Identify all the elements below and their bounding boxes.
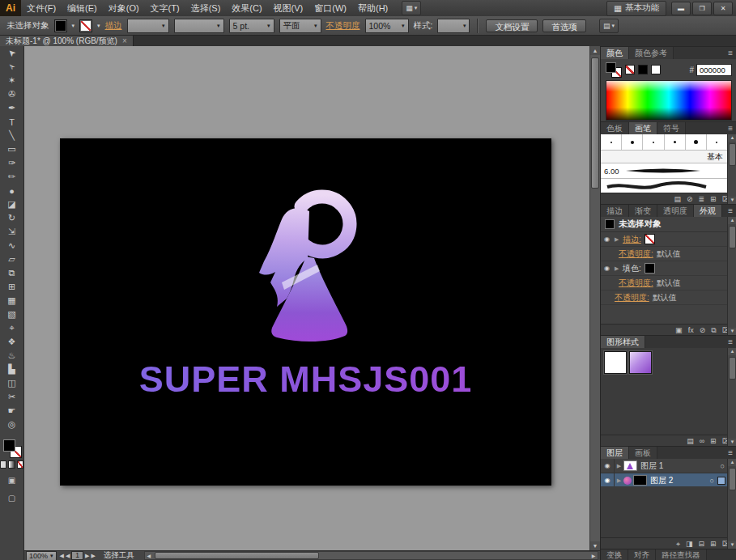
blend-tool[interactable]: ❖ bbox=[0, 335, 23, 349]
workspace-switcher[interactable]: ▦ 基本功能 bbox=[606, 1, 666, 16]
menu-item-6[interactable]: 视图(V) bbox=[268, 0, 309, 16]
break-link-icon[interactable]: ∞ bbox=[700, 435, 704, 447]
disclosure-icon[interactable]: ▶ bbox=[615, 265, 623, 272]
fill-caret-icon[interactable]: ▾ bbox=[72, 23, 75, 29]
document-setup-button[interactable]: 文档设置 bbox=[486, 19, 538, 32]
scrollbar-thumb[interactable] bbox=[729, 357, 736, 380]
magic-wand-tool[interactable]: ✶ bbox=[0, 74, 23, 87]
menu-item-2[interactable]: 对象(O) bbox=[103, 0, 145, 16]
mesh-tool[interactable]: ▦ bbox=[0, 294, 23, 308]
minimize-button[interactable]: ▬ bbox=[671, 2, 691, 15]
new-effect-icon[interactable]: fx bbox=[688, 325, 694, 336]
locate-object-icon[interactable]: ⌖ bbox=[676, 538, 680, 549]
scroll-down-icon[interactable]: ▼ bbox=[728, 541, 736, 549]
horizontal-scrollbar[interactable]: ◀ ▶ bbox=[144, 551, 598, 560]
gradient-tool[interactable]: ▧ bbox=[0, 308, 23, 321]
stroke-link[interactable]: 描边 bbox=[105, 20, 122, 32]
scroll-left-icon[interactable]: ◀ bbox=[145, 553, 153, 558]
fill-swatch[interactable] bbox=[3, 439, 15, 452]
color-panel-menu-icon[interactable]: ≡ bbox=[724, 47, 736, 60]
prev-artboard-icon[interactable]: ◀ bbox=[66, 553, 70, 559]
brushes-scrollbar[interactable]: ▲ ▼ bbox=[727, 134, 736, 204]
brush-dot-1[interactable] bbox=[622, 134, 643, 150]
arrange-documents-button[interactable]: ▦ ▾ bbox=[402, 1, 421, 15]
screen-mode-button[interactable]: ▢ bbox=[0, 491, 23, 504]
symbol-sprayer-tool[interactable]: ♨ bbox=[0, 349, 23, 363]
eyedropper-tool[interactable]: ⌖ bbox=[0, 321, 23, 335]
appearance-row-opacity-1[interactable]: 不透明度:默认值 bbox=[601, 247, 728, 261]
scroll-down-icon[interactable]: ▼ bbox=[728, 328, 736, 335]
hand-tool[interactable]: ☛ bbox=[0, 404, 23, 418]
graphic-styles-menu-icon[interactable]: ≡ bbox=[724, 336, 736, 349]
scrollbar-thumb[interactable] bbox=[729, 143, 736, 166]
fill-stroke-indicator[interactable] bbox=[606, 62, 622, 77]
eraser-tool[interactable]: ◪ bbox=[0, 197, 23, 211]
scrollbar-thumb[interactable] bbox=[591, 57, 599, 189]
scroll-up-icon[interactable]: ▲ bbox=[728, 134, 736, 142]
scroll-down-icon[interactable]: ▼ bbox=[728, 439, 736, 446]
stroke-label[interactable]: 描边: bbox=[623, 234, 641, 245]
dock-tab-1[interactable]: 对齐 bbox=[628, 549, 656, 560]
brush-options-icon[interactable]: ≣ bbox=[699, 193, 705, 205]
brushes-tab-0[interactable]: 色板 bbox=[601, 122, 629, 135]
width-profile-combo[interactable]: ▾ bbox=[174, 19, 224, 33]
brushes-tab-2[interactable]: 符号 bbox=[657, 122, 686, 135]
opacity-label[interactable]: 不透明度: bbox=[619, 248, 653, 260]
appearance-scrollbar[interactable]: ▲ ▼ bbox=[727, 217, 736, 335]
artboard-tool[interactable]: ◫ bbox=[0, 376, 23, 390]
scroll-up-icon[interactable]: ▲ bbox=[728, 217, 736, 224]
eye-icon[interactable]: ◉ bbox=[604, 235, 615, 243]
perspective-grid-tool[interactable]: ⊞ bbox=[0, 280, 23, 294]
brush-charcoal[interactable] bbox=[601, 179, 728, 193]
drawing-modes-button[interactable]: ▣ bbox=[0, 473, 23, 486]
new-stroke-icon[interactable]: ▣ bbox=[675, 325, 683, 336]
style-combo[interactable]: ▾ bbox=[437, 19, 470, 33]
brushes-tab-1[interactable]: 画笔 bbox=[629, 122, 657, 135]
new-layer-icon[interactable]: ⊞ bbox=[710, 538, 717, 549]
opacity-combo[interactable]: 100% ▾ bbox=[365, 19, 409, 33]
appearance-row-opacity-4[interactable]: 不透明度:默认值 bbox=[601, 291, 728, 305]
visibility-eye-icon[interactable]: ◉ bbox=[601, 459, 615, 473]
menu-item-4[interactable]: 选择(S) bbox=[185, 0, 227, 16]
width-tool[interactable]: ∿ bbox=[0, 239, 23, 252]
scroll-up-icon[interactable]: ▲ bbox=[590, 46, 600, 55]
column-graph-tool[interactable]: ▙ bbox=[0, 363, 23, 376]
color-tab-0[interactable]: 颜色 bbox=[601, 47, 629, 60]
fill-color-swatch[interactable] bbox=[54, 19, 67, 32]
menu-item-1[interactable]: 编辑(E) bbox=[62, 0, 103, 16]
scrollbar-thumb[interactable] bbox=[155, 552, 319, 559]
color-mode-button[interactable] bbox=[0, 460, 6, 469]
app-logo-icon[interactable]: Ai bbox=[0, 0, 21, 16]
scale-tool[interactable]: ⇲ bbox=[0, 225, 23, 239]
menu-item-3[interactable]: 文字(T) bbox=[145, 0, 185, 16]
color-spectrum[interactable] bbox=[606, 80, 732, 121]
dock-tab-2[interactable]: 路径查找器 bbox=[656, 549, 707, 560]
menu-item-8[interactable]: 帮助(H) bbox=[352, 0, 394, 16]
new-sublayer-icon[interactable]: ⊟ bbox=[699, 538, 705, 549]
scrollbar-thumb[interactable] bbox=[729, 468, 736, 490]
gradient-mode-button[interactable] bbox=[8, 460, 15, 469]
new-brush-icon[interactable]: ⊞ bbox=[710, 193, 717, 205]
clear-appearance-icon[interactable]: ⊘ bbox=[700, 325, 706, 336]
pencil-tool[interactable]: ✏ bbox=[0, 170, 23, 184]
scroll-down-icon[interactable]: ▼ bbox=[728, 197, 736, 204]
layer-row-0[interactable]: ◉▶图层 1○ bbox=[601, 459, 728, 473]
restore-button[interactable]: ❒ bbox=[692, 2, 712, 15]
stroke-caret-icon[interactable]: ▾ bbox=[97, 23, 100, 29]
artboard-number-field[interactable]: 1 bbox=[71, 551, 83, 560]
stroke-color-swatch[interactable] bbox=[79, 19, 92, 32]
graphic-styles-scrollbar[interactable]: ▲ ▼ bbox=[727, 348, 736, 446]
white-swatch[interactable] bbox=[651, 65, 661, 74]
next-artboard-icon[interactable]: ▶ bbox=[85, 553, 89, 559]
shape-builder-tool[interactable]: ⧉ bbox=[0, 266, 23, 280]
disclosure-icon[interactable]: ▶ bbox=[615, 463, 623, 469]
scroll-down-icon[interactable]: ▼ bbox=[590, 541, 600, 550]
scroll-right-icon[interactable]: ▶ bbox=[589, 553, 598, 558]
brush-dot-3[interactable] bbox=[665, 134, 686, 150]
brushes-panel-menu-icon[interactable]: ≡ bbox=[724, 122, 736, 135]
fill-stroke-indicator[interactable] bbox=[3, 439, 21, 457]
selection-tool[interactable]: ➤ bbox=[0, 46, 23, 60]
close-tab-icon[interactable]: × bbox=[122, 36, 127, 46]
appearance-row-fill-2[interactable]: ◉▶填色: bbox=[601, 261, 728, 276]
color-tab-1[interactable]: 颜色参考 bbox=[629, 47, 674, 60]
